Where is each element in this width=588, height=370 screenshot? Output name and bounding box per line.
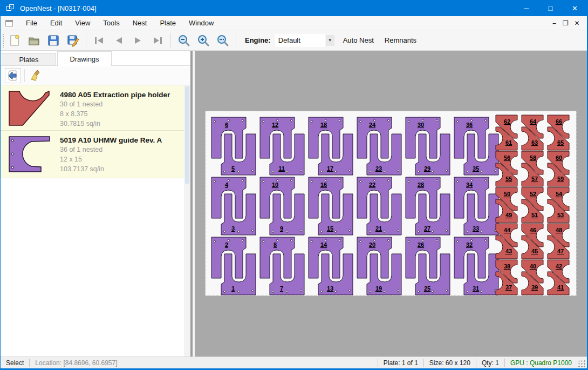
part-number: 10 (272, 181, 278, 188)
drill-hole (397, 290, 399, 291)
part-number: 4 (225, 181, 229, 188)
nest-canvas[interactable]: 6543211211109871817161514132423222120193… (195, 51, 587, 356)
scrollbar-thumb[interactable] (185, 86, 189, 184)
app-window: OpenNest - [N0317-004] ─ □ ✕ File Edit V… (0, 0, 588, 370)
clean-button[interactable] (28, 68, 44, 83)
drill-hole (214, 120, 215, 122)
part-number: 32 (466, 241, 473, 248)
drill-hole (446, 230, 447, 231)
tab-drawings[interactable]: Drawings (57, 51, 112, 66)
part-number: 26 (418, 241, 424, 248)
minimize-button[interactable]: ─ (514, 0, 538, 16)
part-number: 5 (231, 165, 235, 172)
part-number: 37 (505, 284, 512, 291)
drill-hole (242, 119, 243, 121)
part-number: 49 (505, 212, 512, 218)
mdi-minimize-button[interactable]: – (549, 18, 560, 29)
save-as-button[interactable] (63, 32, 83, 49)
remnants-button[interactable]: Remnants (379, 32, 422, 49)
list-item-drawing-2[interactable]: 5019 A10 UHMW guide Rev. A 36 of 1 neste… (1, 131, 186, 178)
drill-hole (436, 239, 437, 241)
nest-view[interactable]: 6543211211109871817161514132423222120193… (195, 51, 587, 356)
drawing-2-nested: 36 of 1 nested (60, 146, 183, 154)
part-number: 27 (424, 225, 430, 232)
open-folder-icon (28, 34, 40, 47)
drill-hole (359, 120, 361, 122)
menu-plate[interactable]: Plate (153, 16, 182, 30)
drawings-scrollbar[interactable] (184, 85, 190, 356)
save-as-icon (66, 34, 79, 47)
part-number: 56 (504, 154, 510, 161)
drill-hole (466, 171, 468, 172)
menu-edit[interactable]: Edit (44, 16, 69, 30)
part-number: 52 (530, 191, 536, 197)
drill-hole (369, 171, 371, 172)
drill-hole (408, 120, 409, 122)
main-area: Plates Drawings 4980 A05 Extraction pipe… (1, 51, 587, 356)
part-number: 66 (556, 118, 562, 125)
import-back-button[interactable] (5, 68, 21, 83)
drill-hole (334, 291, 336, 292)
zoom-fit-icon (216, 33, 230, 48)
part-number: 1 (231, 285, 235, 292)
open-button[interactable] (24, 32, 44, 49)
tab-plates[interactable]: Plates (2, 53, 56, 65)
drill-hole (290, 179, 292, 181)
go-next-button[interactable] (128, 32, 148, 49)
menu-tools[interactable]: Tools (97, 16, 126, 30)
zoom-fit-button[interactable] (213, 32, 233, 49)
part-number: 44 (504, 227, 511, 233)
status-bar: Select Location: [84.8696, 60.6957] Plat… (1, 356, 587, 368)
back-arrow-icon (7, 70, 19, 82)
menu-window[interactable]: Window (182, 16, 220, 30)
engine-select[interactable]: Default (275, 34, 325, 47)
menu-view[interactable]: View (69, 16, 97, 30)
part-number: 28 (418, 181, 424, 188)
close-button[interactable]: ✕ (563, 0, 587, 16)
engine-dropdown-arrow[interactable]: ▼ (326, 35, 334, 46)
mdi-restore-button[interactable]: ❐ (560, 18, 571, 29)
engine-label: Engine: (245, 36, 271, 44)
new-button[interactable] (5, 32, 24, 49)
drill-hole (383, 231, 385, 232)
drill-hole (237, 171, 239, 172)
drill-hole (242, 179, 243, 181)
drill-hole (311, 120, 312, 122)
drill-hole (446, 170, 447, 171)
go-last-button[interactable] (148, 32, 167, 49)
drill-hole (237, 291, 239, 292)
auto-nest-button[interactable]: Auto Nest (338, 32, 379, 49)
drill-hole (223, 291, 225, 292)
zoom-in-button[interactable] (194, 32, 213, 49)
go-first-button[interactable] (90, 32, 109, 49)
drill-hole (480, 291, 482, 292)
maximize-button[interactable]: □ (538, 0, 563, 16)
menu-nest[interactable]: Nest (126, 16, 154, 30)
part-number: 11 (278, 165, 285, 172)
zoom-out-button[interactable] (174, 32, 194, 49)
drill-hole (397, 230, 399, 231)
part-number: 21 (375, 225, 382, 232)
drill-hole (320, 231, 322, 232)
list-item-drawing-1[interactable]: 4980 A05 Extraction pipe holder 30 of 1 … (1, 85, 186, 131)
drill-hole (456, 180, 458, 182)
mdi-close-button[interactable]: ✕ (571, 18, 583, 29)
drill-hole (432, 231, 433, 232)
part-number: 50 (504, 191, 510, 197)
drill-hole (339, 119, 340, 121)
drill-hole (251, 170, 253, 171)
drill-hole (397, 170, 399, 171)
part-number: 6 (225, 122, 228, 128)
drill-hole (286, 171, 288, 172)
save-button[interactable] (44, 32, 63, 49)
drill-hole (432, 171, 433, 172)
mdi-child-icon[interactable] (5, 20, 13, 26)
drill-hole (369, 291, 371, 292)
go-previous-button[interactable] (109, 32, 128, 49)
part-number: 30 (418, 122, 424, 128)
resize-grip[interactable] (578, 360, 586, 368)
part-number: 8 (274, 241, 277, 248)
zoom-in-icon (196, 33, 210, 48)
menu-file[interactable]: File (19, 16, 44, 30)
drill-hole (223, 231, 225, 232)
